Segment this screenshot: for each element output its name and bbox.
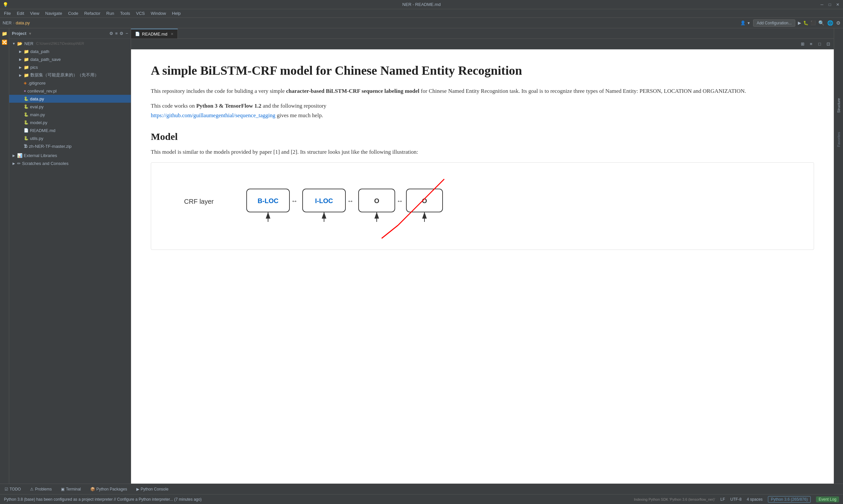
tree-item-model-py[interactable]: ▶ 🐍 model.py	[9, 119, 131, 126]
breadcrumb-file[interactable]: data.py	[16, 20, 30, 25]
stop-button-icon[interactable]: ⬛	[810, 20, 816, 25]
md-file-icon: 📄	[24, 128, 29, 133]
settings-icon[interactable]: ⚙	[836, 20, 840, 26]
tree-item-data-path[interactable]: ▶ 📁 data_path	[9, 48, 131, 55]
menu-file[interactable]: File	[1, 10, 14, 16]
p2-prefix: This code works on	[151, 103, 196, 109]
svg-text:I-LOC: I-LOC	[315, 197, 333, 204]
tree-item-utils-py[interactable]: ▶ 🐍 utils.py	[9, 134, 131, 142]
title-bar-left: 💡	[3, 2, 8, 7]
view-btn-3[interactable]: □	[816, 40, 823, 48]
tab-readme[interactable]: 📄 README.md ✕	[131, 29, 178, 38]
tree-item-gitignore[interactable]: ▶ ◈ .gitignore	[9, 79, 131, 87]
p2-suffix: and the following repository	[262, 103, 326, 109]
link-suffix: gives me much help.	[275, 112, 323, 119]
minimize-button[interactable]: ─	[819, 2, 825, 7]
minus-icon[interactable]: −	[125, 31, 128, 36]
app-window: 💡 NER - README.md ─ □ ✕ File Edit View N…	[0, 0, 843, 504]
left-icon-bar: 📁 🔀	[0, 28, 9, 484]
tree-item-data-py[interactable]: ▶ 🐍 data.py	[9, 95, 131, 103]
menu-run[interactable]: Run	[104, 10, 117, 16]
status-spaces[interactable]: 4 spaces	[747, 497, 763, 502]
folder-icon: 📁	[24, 57, 29, 62]
project-panel-title: Project	[12, 31, 26, 36]
p1-prefix: This repository includes the code for bu…	[151, 88, 286, 94]
terminal-tab[interactable]: ▣ Terminal	[59, 486, 83, 492]
menu-bar: File Edit View Navigate Code Refactor Ru…	[0, 9, 843, 18]
menu-edit[interactable]: Edit	[14, 10, 27, 16]
add-configuration-button[interactable]: Add Configuration...	[753, 19, 795, 27]
svg-text:B-LOC: B-LOC	[257, 197, 278, 204]
scratches-arrow-icon: ▶	[12, 162, 16, 165]
commit-icon[interactable]: 🔀	[1, 38, 8, 46]
tree-item-eval-py[interactable]: ▶ 🐍 eval.py	[9, 103, 131, 111]
terminal-label: Terminal	[66, 487, 81, 491]
menu-view[interactable]: View	[27, 10, 42, 16]
tree-item-readme[interactable]: ▶ 📄 README.md	[9, 126, 131, 134]
tree-item-label: model.py	[30, 120, 48, 125]
bottom-tabs: ☑ TODO ⚠ Problems ▣ Terminal 📦 Python Pa…	[0, 484, 843, 494]
gear-icon[interactable]: ⚙	[109, 31, 113, 36]
py-file-icon: 🐍	[24, 136, 29, 141]
ext-libs-icon: 📊	[17, 153, 22, 158]
readme-p3: This model is similar to the models prov…	[151, 147, 814, 157]
breadcrumb-ner[interactable]: NER	[3, 20, 12, 25]
grid-view-button[interactable]: ⊞	[799, 40, 806, 48]
tree-item-dataset[interactable]: ▶ 📁 数据集（可能是原来的）（先不用）	[9, 71, 131, 79]
view-btn-4[interactable]: ⊡	[825, 40, 832, 48]
tab-close-icon[interactable]: ✕	[171, 32, 174, 36]
maximize-button[interactable]: □	[827, 2, 832, 7]
tree-item-data-path-save[interactable]: ▶ 📁 data_path_save	[9, 55, 131, 63]
menu-refactor[interactable]: Refactor	[82, 10, 103, 16]
scratches-icon: ✏	[17, 161, 21, 166]
tab-md-icon: 📄	[135, 32, 140, 36]
status-encoding[interactable]: UTF-8	[730, 497, 741, 502]
favorites-tab[interactable]: Favorites	[836, 129, 842, 149]
close-button[interactable]: ✕	[835, 2, 840, 7]
structure-tab[interactable]: Structure	[836, 95, 842, 115]
github-link[interactable]: https://github.com/guillaumegenthial/seq…	[151, 112, 275, 119]
tree-item-ext-libs[interactable]: ▶ 📊 External Libraries	[9, 151, 131, 159]
content-with-sidebar: 📄 README.md ✕ ⊞ ≡ □ ⊡ A simple BiLSTM-CR…	[131, 28, 834, 484]
debug-button-icon[interactable]: 🐛	[803, 20, 808, 25]
menu-navigate[interactable]: Navigate	[42, 10, 65, 16]
tree-root[interactable]: ▼ 📂 NER C:\Users\29617\Desktop\NER	[9, 39, 131, 48]
project-dropdown-arrow[interactable]: ▼	[28, 32, 32, 36]
collapse-icon[interactable]: ≡	[115, 31, 118, 36]
nav-bar: NER › data.py 👤 ▼ Add Configuration... ▶…	[0, 18, 843, 28]
todo-tab[interactable]: ☑ TODO	[3, 486, 23, 492]
p1-bold: character-based BiLSTM-CRF sequence labe…	[286, 88, 419, 94]
python-version-badge[interactable]: Python 3.6 (265/876)	[768, 496, 811, 503]
py-file-icon: 🐍	[24, 96, 29, 101]
menu-help[interactable]: Help	[169, 10, 183, 16]
tree-item-conlleval[interactable]: ▶ ● conlleval_rev.pl	[9, 87, 131, 95]
breadcrumb: NER › data.py	[3, 20, 30, 25]
run-button-icon[interactable]: ▶	[798, 20, 801, 25]
folder-icon: 📁	[24, 73, 29, 78]
list-view-button[interactable]: ≡	[807, 40, 815, 48]
todo-icon: ☑	[5, 487, 8, 491]
python-packages-tab[interactable]: 📦 Python Packages	[88, 486, 129, 492]
py-file-icon: 🐍	[24, 112, 29, 117]
project-icon[interactable]: 📁	[1, 30, 8, 38]
readme-p2: This code works on Python 3 & TensorFlow…	[151, 102, 814, 121]
svg-text:O: O	[374, 197, 379, 204]
event-log-badge[interactable]: Event Log	[816, 497, 839, 502]
menu-vcs[interactable]: VCS	[133, 10, 147, 16]
tree-item-pics[interactable]: ▶ 📁 pics	[9, 63, 131, 71]
tree-item-label: External Libraries	[24, 153, 57, 158]
menu-window[interactable]: Window	[148, 10, 168, 16]
p1-suffix: for Chinese Named Entity Recognition tas…	[419, 88, 746, 94]
status-lf[interactable]: LF	[720, 497, 725, 502]
menu-code[interactable]: Code	[66, 10, 81, 16]
tree-item-main-py[interactable]: ▶ 🐍 main.py	[9, 111, 131, 119]
tree-item-scratches[interactable]: ▶ ✏ Scratches and Consoles	[9, 159, 131, 167]
settings2-icon[interactable]: ⚙	[120, 31, 124, 36]
python-console-tab[interactable]: ▶ Python Console	[134, 486, 171, 492]
problems-tab[interactable]: ⚠ Problems	[28, 486, 54, 492]
search-icon[interactable]: 🔍	[818, 20, 825, 26]
tree-item-zip[interactable]: ▶ 🗜 zh-NER-TF-master.zip	[9, 142, 131, 150]
tree-item-label: .gitignore	[28, 80, 46, 86]
menu-tools[interactable]: Tools	[118, 10, 133, 16]
globe-icon[interactable]: 🌐	[827, 20, 833, 26]
